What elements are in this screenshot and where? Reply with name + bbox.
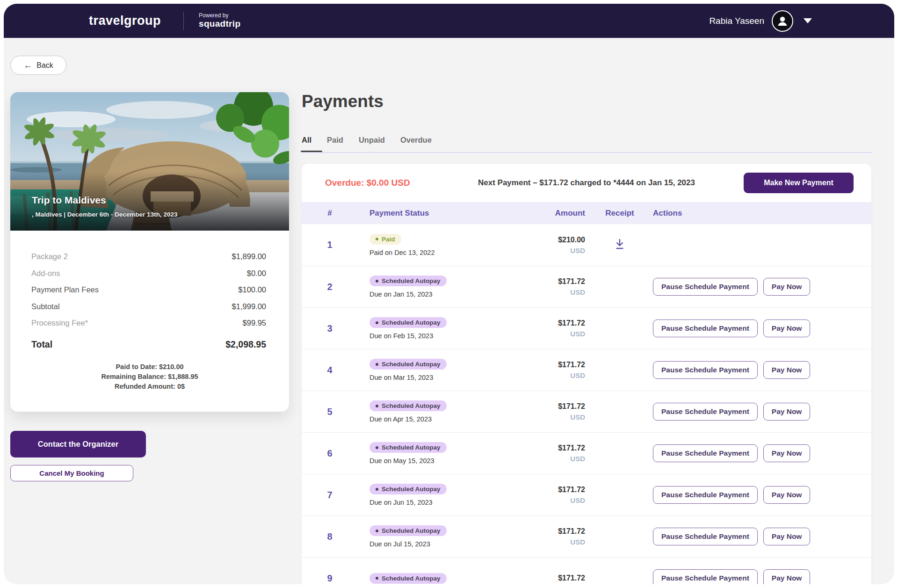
pause-schedule-payment-button[interactable]: Pause Schedule Payment xyxy=(653,278,758,296)
payments-table-body: 1PaidPaid on Dec 13, 2022$210.00USD2Sche… xyxy=(302,224,871,584)
tab-unpaid[interactable]: Unpaid xyxy=(359,136,385,146)
top-navbar: travelgroup Powered by squ^adtrip Rabia … xyxy=(4,4,894,38)
total-label: Total xyxy=(31,339,52,350)
back-button[interactable]: ← Back xyxy=(10,56,66,75)
status-date: Due on Jan 15, 2023 xyxy=(369,290,433,298)
pause-schedule-payment-button[interactable]: Pause Schedule Payment xyxy=(653,403,758,421)
pay-now-button[interactable]: Pay Now xyxy=(763,403,811,421)
payments-panel: Overdue: $0.00 USD Next Payment – $171.7… xyxy=(302,164,871,584)
make-new-payment-button[interactable]: Make New Payment xyxy=(744,173,854,193)
status-dot-icon xyxy=(376,321,378,324)
status-dot-icon xyxy=(376,446,378,449)
status-badge-label: Scheduled Autopay xyxy=(382,319,441,326)
summary-line: Paid to Date: $210.00 xyxy=(10,362,289,372)
pause-schedule-payment-button[interactable]: Pause Schedule Payment xyxy=(653,319,758,337)
pause-schedule-payment-button[interactable]: Pause Schedule Payment xyxy=(653,361,758,379)
page-title: Payments xyxy=(302,92,384,111)
column-amount: Amount xyxy=(536,209,592,218)
status-dot-icon xyxy=(376,577,378,580)
table-header: # Payment Status Amount Receipt Actions xyxy=(302,202,871,224)
amount-value: $171.72 xyxy=(558,319,585,327)
amount-cell: $171.72USD xyxy=(536,277,592,296)
price-line-item: Package 2$1,899.00 xyxy=(31,248,266,265)
pay-now-button[interactable]: Pay Now xyxy=(763,319,811,337)
pause-schedule-payment-button[interactable]: Pause Schedule Payment xyxy=(653,444,758,462)
balance-summary: Paid to Date: $210.00Remaining Balance: … xyxy=(10,362,289,392)
actions-cell: Pause Schedule PaymentPay Now xyxy=(648,278,871,296)
price-label: Payment Plan Fees xyxy=(31,285,99,294)
status-date: Due on Jun 15, 2023 xyxy=(369,499,433,506)
table-row: 1PaidPaid on Dec 13, 2022$210.00USD xyxy=(302,224,871,266)
contact-organizer-button[interactable]: Contact the Organizer xyxy=(10,431,146,457)
status-dot-icon xyxy=(376,405,378,407)
user-menu[interactable]: Rabia Yaseen xyxy=(709,10,894,32)
status-badge-label: Scheduled Autopay xyxy=(382,361,441,368)
pay-now-button[interactable]: Pay Now xyxy=(763,278,811,296)
pay-now-button[interactable]: Pay Now xyxy=(763,361,811,379)
tab-overdue[interactable]: Overdue xyxy=(400,136,432,146)
status-badge: Scheduled Autopay xyxy=(369,317,447,328)
trip-photo: Trip to Maldives , Maldives | December 6… xyxy=(10,92,289,231)
table-row: 7Scheduled AutopayDue on Jun 15, 2023$17… xyxy=(302,474,871,515)
table-row: 8Scheduled AutopayDue on Jul 15, 2023$17… xyxy=(302,515,871,557)
download-receipt-button[interactable] xyxy=(614,237,626,253)
status-badge-label: Scheduled Autopay xyxy=(382,527,441,534)
tabs-underline xyxy=(302,152,871,153)
summary-line: Refunded Amount: 0$ xyxy=(10,382,289,392)
price-value: $1,999.00 xyxy=(232,302,266,311)
status-badge: Scheduled Autopay xyxy=(369,525,447,536)
cancel-booking-button[interactable]: Cancel My Booking xyxy=(10,465,133,481)
status-date: Due on Apr 15, 2023 xyxy=(369,415,432,423)
back-label: Back xyxy=(36,61,53,70)
pause-schedule-payment-button[interactable]: Pause Schedule Payment xyxy=(653,486,758,504)
pay-now-button[interactable]: Pay Now xyxy=(763,486,811,504)
download-icon xyxy=(615,238,625,250)
table-row: 9Scheduled Autopay$171.72Pause Schedule … xyxy=(302,557,871,584)
status-dot-icon xyxy=(376,530,378,532)
payment-status-cell: PaidPaid on Dec 13, 2022 xyxy=(358,234,536,256)
status-badge: Scheduled Autopay xyxy=(369,442,447,453)
currency-label: USD xyxy=(570,288,585,296)
actions-cell: Pause Schedule PaymentPay Now xyxy=(648,361,871,379)
status-date: Paid on Dec 13, 2022 xyxy=(369,249,435,256)
amount-value: $171.72 xyxy=(558,361,585,369)
status-badge-label: Scheduled Autopay xyxy=(382,277,441,284)
pay-now-button[interactable]: Pay Now xyxy=(763,528,811,545)
amount-value: $171.72 xyxy=(558,402,585,411)
total-row: Total $2,098.95 xyxy=(31,339,266,350)
row-number: 1 xyxy=(302,240,358,250)
price-line-item: Add-ons$0.00 xyxy=(31,265,266,282)
app-window: travelgroup Powered by squ^adtrip Rabia … xyxy=(4,4,894,584)
pay-now-button[interactable]: Pay Now xyxy=(763,444,811,462)
table-row: 4Scheduled AutopayDue on Mar 15, 2023$17… xyxy=(302,349,871,391)
caret-down-icon[interactable] xyxy=(804,18,812,23)
price-label: Processing Fee* xyxy=(31,319,88,327)
summary-line: Remaining Balance: $1,888.95 xyxy=(10,372,289,382)
pay-now-button[interactable]: Pay Now xyxy=(763,569,811,584)
currency-label: USD xyxy=(570,330,585,338)
price-value: $1,899.00 xyxy=(232,252,266,261)
total-value: $2,098.95 xyxy=(225,339,266,350)
back-arrow-icon: ← xyxy=(23,61,32,70)
amount-value: $171.72 xyxy=(558,277,585,286)
currency-label: USD xyxy=(570,371,585,379)
column-number: # xyxy=(302,209,358,218)
row-number: 7 xyxy=(302,490,358,501)
price-label: Package 2 xyxy=(31,252,68,261)
actions-cell: Pause Schedule PaymentPay Now xyxy=(648,486,871,504)
row-number: 5 xyxy=(302,407,358,417)
pause-schedule-payment-button[interactable]: Pause Schedule Payment xyxy=(653,569,758,584)
price-label: Subtotal xyxy=(31,302,60,311)
amount-cell: $171.72USD xyxy=(536,319,592,338)
amount-value: $171.72 xyxy=(558,486,585,494)
avatar[interactable] xyxy=(772,10,793,32)
table-row: 5Scheduled AutopayDue on Apr 15, 2023$17… xyxy=(302,391,871,432)
column-actions: Actions xyxy=(648,209,871,218)
status-badge-label: Scheduled Autopay xyxy=(382,486,441,493)
tab-all[interactable]: All xyxy=(302,136,311,146)
table-row: 6Scheduled AutopayDue on May 15, 2023$17… xyxy=(302,432,871,474)
powered-brand: squ^adtrip xyxy=(199,19,240,29)
currency-label: USD xyxy=(570,496,585,504)
pause-schedule-payment-button[interactable]: Pause Schedule Payment xyxy=(653,528,758,545)
tab-paid[interactable]: Paid xyxy=(327,136,343,146)
